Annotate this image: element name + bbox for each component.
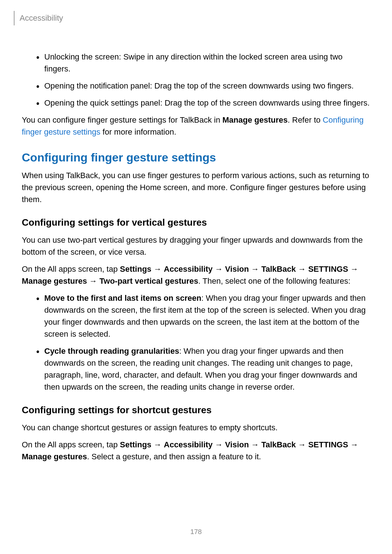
nav-path-item: SETTINGS — [308, 264, 348, 274]
bold-text: Move to the first and last items on scre… — [44, 294, 201, 303]
header: Accessibility — [14, 11, 370, 25]
text: On the All apps screen, tap — [22, 264, 120, 274]
paragraph: You can use two-part vertical gestures b… — [22, 234, 370, 258]
arrow-icon: → — [249, 440, 261, 449]
bullet-list-1: Unlocking the screen: Swipe in any direc… — [22, 51, 370, 109]
header-breadcrumb: Accessibility — [20, 13, 63, 23]
text: . Refer to — [288, 115, 323, 124]
arrow-icon: → — [151, 264, 164, 274]
paragraph-manage-gestures: You can configure finger gesture setting… — [22, 114, 370, 138]
text: . Then, select one of the following feat… — [198, 276, 350, 286]
text: You can configure finger gesture setting… — [22, 115, 222, 124]
arrow-icon: → — [296, 440, 308, 449]
list-item: Cycle through reading granularities: Whe… — [36, 345, 370, 393]
subheading-vertical-gestures: Configuring settings for vertical gestur… — [22, 217, 370, 228]
list-item: Opening the notification panel: Drag the… — [36, 80, 370, 92]
nav-path-item: Vision — [225, 440, 249, 449]
nav-path-item: TalkBack — [261, 264, 296, 274]
paragraph-nav-path-1: On the All apps screen, tap Settings → A… — [22, 263, 370, 287]
list-item: Opening the quick settings panel: Drag t… — [36, 97, 370, 109]
text: for more information. — [100, 127, 176, 136]
page-number: 178 — [0, 528, 392, 536]
paragraph: You can change shortcut gestures or assi… — [22, 422, 370, 434]
paragraph: When using TalkBack, you can use finger … — [22, 169, 370, 205]
arrow-icon: → — [151, 440, 164, 449]
list-item: Move to the first and last items on scre… — [36, 292, 370, 340]
nav-path-item: Manage gestures — [22, 276, 87, 286]
arrow-icon: → — [249, 264, 261, 274]
text: On the All apps screen, tap — [22, 440, 120, 449]
subheading-shortcut-gestures: Configuring settings for shortcut gestur… — [22, 405, 370, 416]
arrow-icon: → — [348, 264, 358, 274]
nav-path-item: TalkBack — [261, 440, 296, 449]
nav-path-item: Accessibility — [164, 264, 213, 274]
header-divider — [14, 11, 15, 25]
nav-path-item: SETTINGS — [308, 440, 348, 449]
nav-path-item: Settings — [120, 440, 151, 449]
bold-text: Manage gestures — [222, 115, 288, 124]
bold-text: Cycle through reading granularities — [44, 346, 179, 356]
list-item: Unlocking the screen: Swipe in any direc… — [36, 51, 370, 75]
arrow-icon: → — [348, 440, 358, 449]
arrow-icon: → — [213, 440, 225, 449]
heading-configuring-finger-gesture-settings: Configuring finger gesture settings — [22, 151, 370, 164]
nav-path-item: Settings — [120, 264, 151, 274]
nav-path-item: Manage gestures — [22, 452, 87, 461]
arrow-icon: → — [296, 264, 308, 274]
text: . Select a gesture, and then assign a fe… — [87, 452, 261, 461]
arrow-icon: → — [213, 264, 225, 274]
arrow-icon: → — [87, 276, 99, 286]
nav-path-item: Accessibility — [164, 440, 213, 449]
paragraph-nav-path-2: On the All apps screen, tap Settings → A… — [22, 439, 370, 463]
bullet-list-2: Move to the first and last items on scre… — [22, 292, 370, 393]
nav-path-item: Two-part vertical gestures — [99, 276, 198, 286]
nav-path-item: Vision — [225, 264, 249, 274]
